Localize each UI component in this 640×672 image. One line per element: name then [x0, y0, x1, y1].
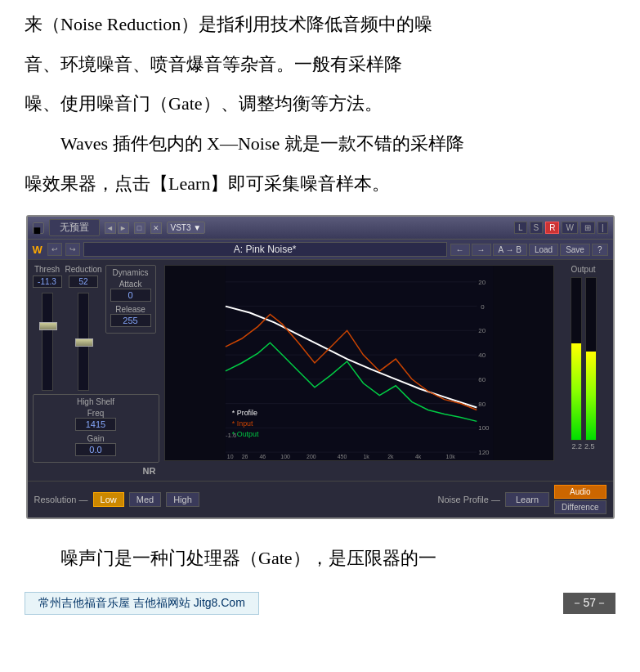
- footer-site: 常州吉他福音乐屋 吉他福网站 Jitg8.Com: [25, 592, 259, 615]
- controls-left: Thresh -11.3 Reduction 52: [33, 265, 159, 476]
- preset-fwd-btn[interactable]: →: [472, 244, 491, 256]
- highshelf-section: High Shelf Freq 1415 Gain 0.0: [33, 394, 159, 463]
- gain-value[interactable]: 0.0: [75, 443, 116, 456]
- redo-button[interactable]: ↪: [65, 243, 80, 256]
- svg-text:10k: 10k: [445, 454, 455, 459]
- svg-text:40: 40: [478, 352, 486, 359]
- grid-icon[interactable]: ⊞: [580, 222, 595, 234]
- thresh-label: Thresh: [34, 265, 60, 274]
- gain-row: Gain 0.0: [38, 434, 154, 456]
- bottom-text: 噪声门是一种门处理器（Gate），是压限器的一: [25, 534, 615, 576]
- save-icon[interactable]: □: [134, 222, 145, 234]
- release-value[interactable]: 255: [110, 314, 151, 327]
- svg-text:0: 0: [481, 303, 485, 311]
- meter-left: [571, 277, 582, 441]
- meter-values: 2.2 2.5: [571, 442, 594, 450]
- vst-label[interactable]: VST3 ▼: [167, 222, 206, 234]
- highshelf-label: High Shelf: [38, 397, 154, 406]
- attack-row: Attack 0: [110, 280, 151, 302]
- svg-text:4k: 4k: [414, 454, 421, 459]
- preset-name: A: Pink Noise*: [83, 242, 447, 257]
- gain-label: Gain: [87, 434, 104, 443]
- audio-diff-group: Audio Difference: [554, 485, 606, 514]
- badge-l[interactable]: L: [514, 222, 527, 234]
- output-label: Output: [571, 265, 595, 274]
- intro-text: 来（Noise Reduction）是指利用技术降低音频中的噪 音、环境噪音、喷…: [25, 0, 615, 200]
- stop-button[interactable]: ■: [33, 222, 44, 234]
- save-btn[interactable]: Save: [560, 244, 590, 256]
- learn-btn[interactable]: Learn: [505, 492, 549, 507]
- thresh-group: Thresh -11.3: [33, 265, 62, 391]
- svg-text:120: 120: [478, 449, 490, 456]
- reduction-label: Reduction: [65, 265, 102, 274]
- close-icon[interactable]: ✕: [150, 222, 162, 234]
- res-high-btn[interactable]: High: [166, 492, 199, 507]
- preset-back-btn[interactable]: ←: [450, 244, 470, 256]
- res-med-btn[interactable]: Med: [129, 492, 161, 507]
- attack-label: Attack: [119, 280, 142, 289]
- text-line-1: 来（Noise Reduction）是指利用技术降低音频中的噪: [25, 8, 615, 42]
- badge-s[interactable]: S: [530, 222, 544, 234]
- svg-text:20: 20: [478, 328, 486, 335]
- svg-text:* Input: * Input: [231, 420, 253, 428]
- meter-right: [585, 277, 597, 441]
- thresh-value[interactable]: -11.3: [33, 276, 62, 288]
- svg-text:2k: 2k: [387, 454, 394, 459]
- freq-value[interactable]: 1415: [75, 418, 116, 431]
- display-area: 20 0 20 40 60 80 100 120 * Profile: [164, 265, 554, 461]
- audio-btn[interactable]: Audio: [554, 485, 606, 499]
- plugin-window: ■ 无预置 ◄ ► □ ✕ VST3 ▼ L S R W ⊞ | W ↩ ↪: [26, 215, 615, 519]
- svg-text:60: 60: [478, 376, 486, 383]
- settings-icon[interactable]: |: [597, 222, 608, 234]
- waves-logo: W: [33, 244, 43, 256]
- thresh-fader[interactable]: [42, 293, 53, 391]
- plugin-main: Thresh -11.3 Reduction 52: [28, 260, 613, 481]
- attack-value[interactable]: 0: [110, 289, 151, 302]
- svg-text:20: 20: [478, 279, 486, 286]
- meter-left-fill: [571, 343, 581, 441]
- plugin-toolbar2: W ↩ ↪ A: Pink Noise* ← → A → B Load Save…: [28, 240, 613, 260]
- channel-badges: L S R W ⊞ |: [514, 222, 608, 234]
- res-low-btn[interactable]: Low: [93, 492, 124, 507]
- svg-text:450: 450: [337, 454, 347, 459]
- preset-title: 无预置: [49, 219, 100, 236]
- resolution-label: Resolution —: [34, 495, 88, 504]
- meter-container: [571, 277, 597, 441]
- badge-r[interactable]: R: [545, 222, 559, 234]
- page-footer: 常州吉他福音乐屋 吉他福网站 Jitg8.Com －57－: [25, 592, 615, 623]
- release-label: Release: [115, 305, 145, 314]
- dynamics-section: Dynamics Attack 0 Release 255: [105, 265, 156, 334]
- ab-btn[interactable]: A → B: [493, 244, 527, 256]
- reduction-thumb[interactable]: [75, 338, 93, 347]
- arrow-right-btn[interactable]: ►: [118, 222, 129, 234]
- svg-text:10: 10: [226, 454, 233, 459]
- text-line-3: 噪、使用噪音门（Gate）、调整均衡等方法。: [25, 87, 615, 121]
- preset-nav: ← → A → B Load Save ?: [450, 244, 608, 256]
- text-line-2: 音、环境噪音、喷音爆音等杂音。一般有采样降: [25, 48, 615, 82]
- spectrum-display: 20 0 20 40 60 80 100 120 * Profile: [165, 266, 553, 460]
- load-btn[interactable]: Load: [529, 244, 558, 256]
- reduction-value[interactable]: 52: [69, 276, 98, 288]
- meter-left-val: 2.2: [571, 442, 582, 450]
- svg-text:100: 100: [478, 425, 490, 432]
- svg-text:26: 26: [241, 454, 248, 459]
- thresh-thumb[interactable]: [39, 322, 57, 330]
- undo-button[interactable]: ↩: [47, 243, 62, 256]
- reduction-group: Reduction 52: [65, 265, 102, 391]
- footer-page-num: －57－: [563, 593, 615, 614]
- svg-text:1k: 1k: [363, 454, 369, 459]
- thresh-reduction: Thresh -11.3 Reduction 52: [33, 265, 159, 391]
- svg-text:-1.6: -1.6: [225, 432, 236, 440]
- svg-text:200: 200: [307, 454, 316, 459]
- svg-text:* Profile: * Profile: [231, 410, 257, 418]
- output-section: Output 2.2 2.5: [559, 265, 608, 476]
- help-btn[interactable]: ?: [592, 244, 608, 256]
- difference-btn[interactable]: Difference: [554, 500, 606, 514]
- text-line-4: Waves 插件包内的 X—Noise 就是一款不错的采样降: [25, 128, 615, 161]
- meter-right-fill: [586, 352, 596, 441]
- svg-text:100: 100: [280, 454, 290, 459]
- arrow-left-btn[interactable]: ◄: [105, 222, 116, 234]
- badge-w[interactable]: W: [562, 222, 577, 234]
- svg-text:46: 46: [259, 454, 266, 459]
- reduction-fader[interactable]: [78, 293, 89, 391]
